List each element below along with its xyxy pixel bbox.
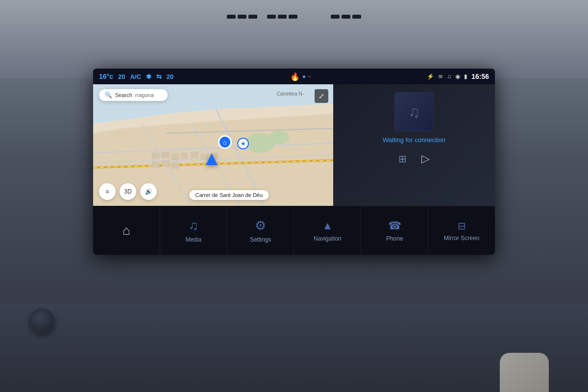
status-right: ⚡ ≋ ♫ ◉ ▮ 16:56 <box>427 73 489 80</box>
flame-icon: 🔥 <box>290 72 300 81</box>
nav-item-mirror-screen[interactable]: ⊟ Mirror Screen <box>428 206 495 255</box>
main-display: 16°c 20 A/C ✾ ⇆ 20 🔥 ⚡ ≋ ♫ ◉ ▮ <box>93 69 495 206</box>
vent-slot <box>267 15 276 19</box>
mirror-screen-nav-icon: ⊟ <box>458 220 466 232</box>
svg-rect-20 <box>152 162 159 168</box>
home-nav-icon: ⌂ <box>122 223 130 238</box>
nav-item-settings[interactable]: ⚙ Settings <box>227 206 294 255</box>
home-icon: ⌂ <box>218 135 232 149</box>
star-location-marker: ★ <box>237 138 249 149</box>
music-note-icon: ♫ <box>408 103 420 121</box>
svg-point-12 <box>270 130 289 144</box>
home-location-marker: ⌂ <box>218 135 232 149</box>
fan-right-temp: 20 <box>167 73 173 80</box>
vent-slot <box>238 15 246 19</box>
nav-bar: ⌂ ♫ Media ⚙ Settings ▲ Navigation ☎ Phon… <box>93 206 495 255</box>
road-name-label: Carretera N- <box>276 91 304 97</box>
settings-nav-label: Settings <box>250 236 271 243</box>
car-interior: 16°c 20 A/C ✾ ⇆ 20 🔥 ⚡ ≋ ♫ ◉ ▮ <box>0 0 588 392</box>
menu-button[interactable]: ≡ <box>99 183 116 200</box>
hamburger-icon: ≡ <box>105 188 109 195</box>
waiting-for-connection-text: Waiting for connection <box>383 136 445 144</box>
left-knob[interactable] <box>29 309 55 334</box>
status-left: 16°c 20 A/C ✾ ⇆ 20 <box>99 73 173 80</box>
navigation-nav-icon: ▲ <box>322 220 333 232</box>
vent-slot <box>227 15 236 19</box>
mirror-screen-nav-label: Mirror Screen <box>444 235 480 242</box>
foot-overlay <box>500 353 549 392</box>
wifi-icon: ≋ <box>438 73 443 80</box>
settings-nav-icon: ⚙ <box>255 218 266 233</box>
vent-slot <box>248 15 257 19</box>
bluetooth-icon: ⚡ <box>427 73 434 80</box>
media-panel: ♫ Waiting for connection ⊞ ▷ <box>333 84 495 206</box>
search-location-text: rragona <box>135 92 154 98</box>
music-status-icon: ♫ <box>447 73 451 80</box>
star-icon: ★ <box>241 140 246 147</box>
dashboard-bottom <box>0 304 588 392</box>
vent-slot <box>342 15 350 19</box>
status-center: 🔥 <box>290 72 311 81</box>
svg-rect-15 <box>172 154 179 160</box>
nav-direction-arrow <box>206 153 218 165</box>
svg-rect-21 <box>162 161 169 167</box>
phone-nav-icon: ☎ <box>388 220 401 232</box>
svg-rect-13 <box>152 153 159 159</box>
3d-button[interactable]: 3D <box>120 183 136 200</box>
fan-icon: ✾ <box>146 73 151 80</box>
outside-temp: 16°c <box>99 73 113 80</box>
vent-slot <box>352 15 361 19</box>
play-button[interactable]: ▷ <box>421 152 430 165</box>
media-nav-label: Media <box>185 236 201 243</box>
street-label: Carrer de Sant Joan de Déu <box>190 190 269 200</box>
infotainment-screen: 16°c 20 A/C ✾ ⇆ 20 🔥 ⚡ ≋ ♫ ◉ ▮ <box>93 69 495 255</box>
status-bar: 16°c 20 A/C ✾ ⇆ 20 🔥 ⚡ ≋ ♫ ◉ ▮ <box>93 69 495 84</box>
gps-icon: ◉ <box>455 73 460 80</box>
map-expand-button[interactable]: ⤢ <box>315 89 328 103</box>
phone-nav-label: Phone <box>386 235 403 242</box>
dot-inactive <box>308 75 311 78</box>
nav-item-navigation[interactable]: ▲ Navigation <box>294 206 361 255</box>
svg-rect-14 <box>162 152 169 158</box>
search-icon: 🔍 <box>105 92 112 98</box>
3d-label: 3D <box>124 188 131 195</box>
nav-item-home[interactable]: ⌂ <box>93 206 160 255</box>
heat-icon: ⇆ <box>156 73 162 80</box>
vent-slot <box>289 15 297 19</box>
ac-temp: 20 <box>118 73 125 80</box>
volume-icon: 🔊 <box>145 188 152 195</box>
search-text: Search <box>115 92 132 98</box>
svg-rect-16 <box>181 153 187 159</box>
time-display: 16:56 <box>471 73 489 80</box>
nav-item-phone[interactable]: ☎ Phone <box>361 206 428 255</box>
vent-slot <box>278 15 287 19</box>
vent-slot <box>331 15 340 19</box>
media-nav-icon: ♫ <box>189 218 198 233</box>
media-controls: ⊞ ▷ <box>341 152 487 165</box>
map-controls: ≡ 3D 🔊 <box>99 183 157 200</box>
volume-button[interactable]: 🔊 <box>140 183 157 200</box>
expand-icon: ⤢ <box>318 92 324 100</box>
svg-rect-22 <box>172 163 179 169</box>
dashboard-top <box>0 0 588 78</box>
svg-rect-17 <box>191 152 198 158</box>
street-name: Carrer de Sant Joan de Déu <box>196 192 263 198</box>
ac-label: A/C <box>130 73 141 80</box>
battery-icon: ▮ <box>464 73 467 80</box>
map-search-bar[interactable]: 🔍 Search rragona <box>99 89 168 101</box>
top-vents <box>227 15 361 19</box>
queue-button[interactable]: ⊞ <box>398 153 407 165</box>
dot-active <box>303 75 305 78</box>
content-area: 🔍 Search rragona Carretera N- ⤢ ⌂ <box>93 84 495 206</box>
navigation-nav-label: Navigation <box>314 235 342 242</box>
map-panel[interactable]: 🔍 Search rragona Carretera N- ⤢ ⌂ <box>93 84 333 206</box>
album-art: ♫ <box>394 92 434 131</box>
nav-item-media[interactable]: ♫ Media <box>160 206 227 255</box>
